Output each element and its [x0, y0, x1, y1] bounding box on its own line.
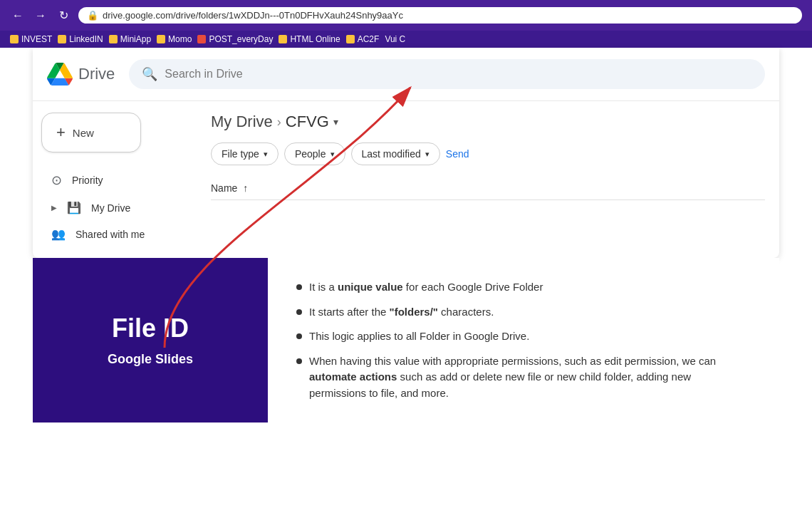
search-icon: 🔍 — [142, 66, 157, 82]
bookmark-linkedin[interactable]: LinkedIN — [58, 34, 103, 44]
bookmark-label: LinkedIN — [69, 34, 103, 44]
priority-icon: ⊙ — [51, 172, 62, 188]
breadcrumb-root[interactable]: My Drive — [211, 113, 273, 131]
bookmark-icon — [197, 35, 206, 43]
drive-body: + New ⊙ Priority ▶ 💾 My Drive 👥 Shared w… — [33, 101, 779, 258]
sidebar-item-label: Shared with me — [76, 229, 145, 240]
sort-arrow-icon[interactable]: ↑ — [243, 182, 248, 194]
bookmark-icon — [346, 35, 355, 43]
sidebar-item-my-drive[interactable]: ▶ 💾 My Drive — [41, 195, 188, 220]
bullet-text: This logic applies to all Folder in Goog… — [309, 328, 529, 345]
bookmarks-bar: INVEST LinkedIN MiniApp Momo POST_everyD… — [0, 31, 812, 48]
last-modified-label: Last modified — [362, 148, 421, 160]
drive-sidebar: + New ⊙ Priority ▶ 💾 My Drive 👥 Shared w… — [33, 101, 197, 258]
bullet-dot — [296, 309, 302, 315]
drive-logo-text: Drive — [78, 65, 115, 83]
browser-toolbar: ← → ↻ 🔒 — [0, 0, 812, 31]
filter-row: File type ▾ People ▾ Last modified ▾ Sen… — [211, 142, 765, 165]
bullet-list: It is a unique value for each Google Dri… — [268, 258, 779, 423]
name-row: Name ↑ — [211, 177, 765, 200]
sidebar-item-label: My Drive — [91, 202, 130, 214]
bookmark-icon — [109, 35, 118, 43]
address-bar-wrapper[interactable]: 🔒 — [78, 7, 802, 24]
bookmark-momo[interactable]: Momo — [157, 34, 192, 44]
drive-header: Drive 🔍 Search in Drive — [33, 48, 779, 101]
drive-main: My Drive › CFVG ▾ File type ▾ People ▾ L… — [197, 101, 779, 258]
forward-button[interactable]: → — [33, 8, 48, 24]
people-filter[interactable]: People ▾ — [284, 142, 345, 165]
send-feedback-link[interactable]: Send — [446, 148, 469, 160]
last-modified-filter[interactable]: Last modified ▾ — [351, 142, 440, 165]
bullet-text: It is a unique value for each Google Dri… — [309, 279, 543, 296]
bullet-dot — [296, 333, 302, 339]
file-id-title: File ID — [112, 313, 189, 343]
my-drive-icon: 💾 — [67, 201, 81, 214]
file-type-label: File type — [222, 148, 259, 160]
people-label: People — [295, 148, 326, 160]
expand-arrow-icon: ▶ — [51, 204, 57, 212]
lock-icon: 🔒 — [87, 10, 98, 21]
shared-icon: 👥 — [51, 227, 66, 241]
drive-search[interactable]: 🔍 Search in Drive — [129, 59, 765, 89]
bookmark-icon — [279, 35, 287, 43]
breadcrumb: My Drive › CFVG ▾ — [211, 113, 765, 131]
file-type-filter[interactable]: File type ▾ — [211, 142, 279, 165]
bookmark-label: INVEST — [21, 34, 52, 44]
back-button[interactable]: ← — [10, 8, 26, 24]
bookmark-label: POST_everyDay — [209, 34, 273, 44]
breadcrumb-current: CFVG — [286, 113, 329, 131]
bullet-dot — [296, 358, 302, 364]
bottom-section: File ID Google Slides It is a unique val… — [33, 258, 779, 423]
bookmark-miniapp[interactable]: MiniApp — [109, 34, 151, 44]
bookmark-label: HTML Online — [290, 34, 340, 44]
bookmark-icon — [157, 35, 165, 43]
sidebar-item-label: Priority — [72, 175, 103, 186]
refresh-button[interactable]: ↻ — [56, 8, 71, 24]
bookmark-label: MiniApp — [120, 34, 151, 44]
bookmark-label: Vui C — [385, 34, 405, 44]
sidebar-nav: ⊙ Priority ▶ 💾 My Drive 👥 Shared with me — [41, 167, 188, 247]
bullet-item-2: It starts after the "folders/" character… — [296, 304, 751, 321]
new-button-label: New — [73, 127, 94, 139]
bookmark-label: Momo — [168, 34, 192, 44]
bookmark-post[interactable]: POST_everyDay — [197, 34, 273, 44]
dropdown-icon: ▾ — [425, 150, 430, 159]
bullet-item-3: This logic applies to all Folder in Goog… — [296, 328, 751, 345]
bookmark-icon — [10, 35, 19, 43]
file-id-subtitle: Google Slides — [108, 352, 193, 367]
new-button[interactable]: + New — [41, 113, 141, 152]
bookmark-icon — [58, 35, 66, 43]
bookmark-html[interactable]: HTML Online — [279, 34, 340, 44]
dropdown-icon: ▾ — [264, 150, 268, 159]
plus-icon: + — [56, 123, 66, 142]
bullet-text: It starts after the "folders/" character… — [309, 304, 494, 321]
drive-container: Drive 🔍 Search in Drive + New ⊙ Priority… — [33, 48, 779, 258]
bookmark-vui[interactable]: Vui C — [385, 34, 405, 44]
breadcrumb-separator: › — [277, 115, 281, 130]
drive-logo: Drive — [47, 61, 115, 87]
bullet-item-1: It is a unique value for each Google Dri… — [296, 279, 751, 296]
dropdown-icon: ▾ — [330, 150, 335, 159]
drive-logo-icon — [47, 61, 73, 87]
bullet-text: When having this value with appropriate … — [309, 353, 751, 402]
file-id-box: File ID Google Slides — [33, 258, 268, 423]
bullet-dot — [296, 284, 302, 290]
bookmark-label: AC2F — [358, 34, 380, 44]
bullet-item-4: When having this value with appropriate … — [296, 353, 751, 402]
name-column-header: Name — [211, 182, 237, 194]
bookmark-invest[interactable]: INVEST — [10, 34, 52, 44]
sidebar-item-shared[interactable]: 👥 Shared with me — [41, 222, 188, 247]
search-placeholder: Search in Drive — [165, 68, 242, 81]
bookmark-ac2f[interactable]: AC2F — [346, 34, 380, 44]
browser-chrome: ← → ↻ 🔒 INVEST LinkedIN MiniApp Momo POS… — [0, 0, 812, 48]
sidebar-item-priority[interactable]: ⊙ Priority — [41, 167, 188, 194]
breadcrumb-dropdown-icon[interactable]: ▾ — [333, 116, 338, 128]
address-input[interactable] — [103, 10, 793, 21]
